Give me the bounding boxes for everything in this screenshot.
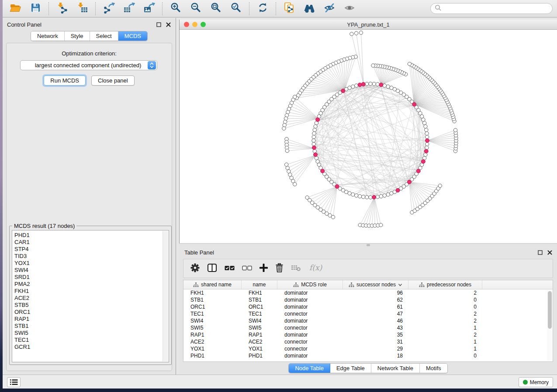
cell-shared-name[interactable]: SWI5 <box>183 324 242 331</box>
cell-mcds-role[interactable]: connector <box>277 345 343 352</box>
zoom-selected-button[interactable] <box>228 2 244 16</box>
table-row[interactable]: TEC1TEC1connector472 <box>183 310 553 317</box>
add-row-button[interactable] <box>259 264 268 274</box>
cell-name[interactable]: FKH1 <box>242 289 277 296</box>
mcds-result-item[interactable]: PMA2 <box>14 281 169 288</box>
column-header-successor-nodes[interactable]: successor nodes <box>343 280 408 289</box>
tab-style[interactable]: Style <box>65 31 90 41</box>
mcds-result-item[interactable]: SWI5 <box>14 330 169 337</box>
task-history-button[interactable] <box>7 377 21 387</box>
search-box[interactable] <box>430 3 553 14</box>
mcds-result-item[interactable]: SWI4 <box>14 267 169 274</box>
minimize-window-traffic-light[interactable] <box>192 22 197 27</box>
cell-shared-name[interactable]: RAP1 <box>183 331 242 338</box>
mcds-result-item[interactable]: TEC1 <box>14 337 169 344</box>
cell-name[interactable]: YOX1 <box>242 345 277 352</box>
mcds-result-item[interactable]: STP4 <box>14 246 169 253</box>
mcds-result-item[interactable]: STB1 <box>14 323 169 330</box>
zoom-out-button[interactable] <box>187 2 204 16</box>
cell-successor-nodes[interactable]: 31 <box>343 338 408 345</box>
cell-name[interactable]: ORC1 <box>242 303 277 310</box>
cell-predecessor-nodes[interactable]: 1 <box>408 345 482 352</box>
table-tab-motifs[interactable]: Motifs <box>420 364 447 373</box>
network-window-titlebar[interactable]: YPA_prune.txt_1 <box>180 20 557 30</box>
export-network-button[interactable] <box>100 2 117 16</box>
network-canvas[interactable] <box>180 30 557 243</box>
float-table-panel-button[interactable] <box>537 250 543 255</box>
save-session-button[interactable] <box>27 2 44 16</box>
mcds-result-item[interactable]: YOX1 <box>14 260 169 267</box>
cell-successor-nodes[interactable]: 46 <box>343 317 408 324</box>
mcds-result-list[interactable]: PHD1CAR1STP4TID3YOX1SWI4SRD1PMA2FKH1ACE2… <box>12 230 169 362</box>
table-row[interactable]: SWI4SWI4dominator462 <box>183 317 553 324</box>
cell-name[interactable]: SWI4 <box>242 317 277 324</box>
cell-name[interactable]: STB1 <box>242 296 277 303</box>
mcds-result-item[interactable]: GCR1 <box>14 344 169 351</box>
cell-predecessor-nodes[interactable]: 2 <box>408 331 482 338</box>
network-graph[interactable] <box>180 30 557 243</box>
cell-mcds-role[interactable]: connector <box>277 310 343 317</box>
deselect-all-button[interactable] <box>242 265 252 272</box>
close-panel-button[interactable] <box>166 22 171 28</box>
cell-name[interactable]: TEC1 <box>242 310 277 317</box>
column-header-shared-name[interactable]: shared name <box>183 280 242 289</box>
table-settings-button[interactable] <box>190 263 200 274</box>
table-tab-edge-table[interactable]: Edge Table <box>330 364 371 373</box>
cell-mcds-role[interactable]: dominator <box>277 352 343 359</box>
tab-select[interactable]: Select <box>90 31 118 41</box>
cell-predecessor-nodes[interactable]: 0 <box>408 303 482 310</box>
cell-predecessor-nodes[interactable]: 1 <box>408 338 482 345</box>
cell-shared-name[interactable]: SWI4 <box>183 317 242 324</box>
cell-predecessor-nodes[interactable]: 0 <box>408 352 482 359</box>
run-mcds-button[interactable]: Run MCDS <box>44 76 86 86</box>
zoom-in-button[interactable] <box>167 2 184 16</box>
hide-selected-button[interactable] <box>321 2 338 16</box>
cell-shared-name[interactable]: FKH1 <box>183 289 242 296</box>
cell-mcds-role[interactable]: connector <box>277 338 343 345</box>
cell-predecessor-nodes[interactable]: 2 <box>408 310 482 317</box>
cell-predecessor-nodes[interactable]: 2 <box>408 289 482 296</box>
export-table-button[interactable] <box>121 2 137 16</box>
mcds-result-item[interactable]: SRD1 <box>14 274 169 281</box>
cell-successor-nodes[interactable]: 61 <box>343 303 408 310</box>
table-tab-node-table[interactable]: Node Table <box>289 364 330 373</box>
cell-predecessor-nodes[interactable]: 1 <box>408 324 482 331</box>
cell-successor-nodes[interactable]: 43 <box>343 324 408 331</box>
cell-shared-name[interactable]: ACE2 <box>183 338 242 345</box>
cell-shared-name[interactable]: TEC1 <box>183 310 242 317</box>
table-scrollbar[interactable] <box>547 290 552 361</box>
cell-mcds-role[interactable]: dominator <box>277 289 343 296</box>
node-table[interactable]: shared namename MCDS role successor node… <box>183 280 553 362</box>
delete-row-button[interactable] <box>275 263 284 274</box>
select-all-button[interactable] <box>225 265 235 272</box>
import-table-button[interactable] <box>74 2 90 16</box>
table-row[interactable]: RAP1RAP1dominator352 <box>183 331 553 338</box>
cell-successor-nodes[interactable]: 47 <box>343 310 408 317</box>
show-all-button[interactable] <box>341 2 358 16</box>
table-row[interactable]: ORC1ORC1dominator610 <box>183 303 553 310</box>
zoom-fit-button[interactable] <box>208 2 224 16</box>
search-input[interactable] <box>444 5 548 12</box>
close-table-panel-button[interactable] <box>547 250 553 255</box>
cell-name[interactable]: PHD1 <box>242 352 277 359</box>
mcds-result-item[interactable]: RAP1 <box>14 316 169 323</box>
close-window-traffic-light[interactable] <box>184 22 189 27</box>
zoom-window-traffic-light[interactable] <box>201 22 206 27</box>
mcds-result-item[interactable]: STB5 <box>14 302 169 309</box>
network-from-selection-button[interactable] <box>281 2 298 16</box>
close-panel-button-mcds[interactable]: Close panel <box>91 76 135 86</box>
horizontal-splitter[interactable] <box>179 243 557 246</box>
tab-network[interactable]: Network <box>31 31 65 41</box>
cell-mcds-role[interactable]: dominator <box>277 331 343 338</box>
optimization-criterion-select[interactable]: largest connected component (undirected) <box>20 60 157 70</box>
cell-predecessor-nodes[interactable]: 2 <box>408 317 482 324</box>
cell-predecessor-nodes[interactable]: 0 <box>408 296 482 303</box>
mcds-result-item[interactable]: ORC1 <box>14 309 169 316</box>
cell-shared-name[interactable]: STB1 <box>183 296 242 303</box>
cell-successor-nodes[interactable]: 18 <box>343 352 408 359</box>
cell-mcds-role[interactable]: dominator <box>277 317 343 324</box>
table-row[interactable]: STB1STB1dominator620 <box>183 296 553 303</box>
cell-shared-name[interactable]: YOX1 <box>183 345 242 352</box>
cell-successor-nodes[interactable]: 29 <box>343 345 408 352</box>
table-row[interactable]: SWI5SWI5connector431 <box>183 324 553 331</box>
